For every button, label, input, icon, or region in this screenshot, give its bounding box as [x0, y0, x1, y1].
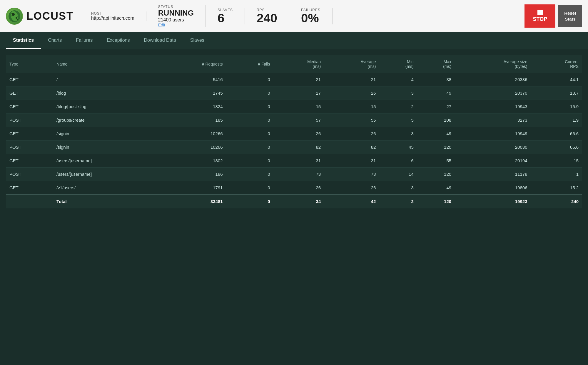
cell-max: 49 [417, 86, 455, 100]
cell-type: POST [6, 113, 53, 127]
cell-avg: 55 [324, 113, 379, 127]
cell-requests: 5416 [158, 73, 226, 86]
total-avg: 42 [324, 195, 379, 208]
cell-requests: 1791 [158, 181, 226, 195]
failures-value: 0% [301, 12, 320, 24]
cell-name: /v1/users/ [53, 181, 158, 195]
cell-avg-size: 19943 [455, 100, 531, 113]
logo-area: LOCUST [6, 8, 74, 25]
cell-type: GET [6, 181, 53, 195]
cell-fails: 0 [226, 168, 274, 181]
tab-exceptions[interactable]: Exceptions [100, 32, 137, 49]
stop-button[interactable]: STOP [524, 4, 555, 28]
cell-requests: 1802 [158, 154, 226, 168]
cell-fails: 0 [226, 73, 274, 86]
cell-fails: 0 [226, 127, 274, 140]
cell-requests: 1824 [158, 100, 226, 113]
tab-failures[interactable]: Failures [69, 32, 100, 49]
status-users: 21400 users [158, 17, 194, 23]
cell-max: 49 [417, 127, 455, 140]
cell-requests: 185 [158, 113, 226, 127]
cell-type: GET [6, 154, 53, 168]
cell-requests: 10266 [158, 140, 226, 154]
table-row: GET /blog 1745 0 27 26 3 49 20370 13.7 [6, 86, 582, 100]
cell-type: GET [6, 127, 53, 140]
cell-median: 82 [274, 140, 325, 154]
cell-median: 31 [274, 154, 325, 168]
total-min: 2 [379, 195, 417, 208]
statistics-table: Type Name # Requests # Fails Median(ms) … [6, 55, 582, 208]
col-type: Type [6, 55, 53, 73]
cell-min: 14 [379, 168, 417, 181]
cell-rps: 1.9 [531, 113, 582, 127]
edit-link[interactable]: Edit [158, 23, 194, 27]
cell-min: 45 [379, 140, 417, 154]
host-label: HOST [91, 11, 134, 16]
table-row: POST /users/[username] 186 0 73 73 14 12… [6, 168, 582, 181]
cell-type: GET [6, 86, 53, 100]
cell-avg: 15 [324, 100, 379, 113]
rps-section: RPS 240 [257, 8, 289, 24]
cell-max: 38 [417, 73, 455, 86]
cell-median: 26 [274, 127, 325, 140]
cell-avg-size: 19949 [455, 127, 531, 140]
tab-download-data[interactable]: Download Data [137, 32, 183, 49]
cell-rps: 15.9 [531, 100, 582, 113]
cell-max: 120 [417, 140, 455, 154]
cell-avg-size: 20194 [455, 154, 531, 168]
header: LOCUST HOST http://api.initech.com STATU… [0, 0, 588, 32]
cell-name: /blog [53, 86, 158, 100]
status-section: STATUS RUNNING 21400 users Edit [158, 5, 206, 27]
cell-fails: 0 [226, 181, 274, 195]
col-min: Min(ms) [379, 55, 417, 73]
cell-avg-size: 20030 [455, 140, 531, 154]
cell-fails: 0 [226, 154, 274, 168]
col-avg-size: Average size(bytes) [455, 55, 531, 73]
tab-charts[interactable]: Charts [41, 32, 69, 49]
cell-type: GET [6, 100, 53, 113]
cell-type: GET [6, 73, 53, 86]
table-total-row: Total 33481 0 34 42 2 120 19923 240 [6, 195, 582, 208]
tab-statistics[interactable]: Statistics [6, 32, 41, 49]
cell-requests: 10266 [158, 127, 226, 140]
cell-min: 2 [379, 100, 417, 113]
cell-rps: 1 [531, 168, 582, 181]
cell-name: /users/[username] [53, 154, 158, 168]
tab-slaves[interactable]: Slaves [183, 32, 211, 49]
cell-min: 5 [379, 113, 417, 127]
table-row: POST /signin 10266 0 82 82 45 120 20030 … [6, 140, 582, 154]
cell-avg: 26 [324, 127, 379, 140]
cell-avg-size: 20370 [455, 86, 531, 100]
cell-name: / [53, 73, 158, 86]
locust-logo-icon [6, 8, 23, 25]
cell-fails: 0 [226, 113, 274, 127]
failures-section: FAILURES 0% [301, 8, 333, 24]
table-row: GET / 5416 0 21 21 4 38 20336 44.1 [6, 73, 582, 86]
total-requests: 33481 [158, 195, 226, 208]
table-row: POST /groups/create 185 0 57 55 5 108 32… [6, 113, 582, 127]
table-row: GET /blog/[post-slug] 1824 0 15 15 2 27 … [6, 100, 582, 113]
cell-avg-size: 20336 [455, 73, 531, 86]
cell-avg: 21 [324, 73, 379, 86]
reset-stats-button[interactable]: ResetStats [558, 5, 582, 27]
total-type-cell [6, 195, 53, 208]
cell-rps: 13.7 [531, 86, 582, 100]
cell-rps: 66.6 [531, 127, 582, 140]
col-median: Median(ms) [274, 55, 325, 73]
cell-avg: 26 [324, 86, 379, 100]
total-avg-size: 19923 [455, 195, 531, 208]
cell-name: /blog/[post-slug] [53, 100, 158, 113]
cell-max: 120 [417, 168, 455, 181]
slaves-value: 6 [218, 12, 233, 24]
cell-requests: 1745 [158, 86, 226, 100]
cell-type: POST [6, 140, 53, 154]
cell-name: /signin [53, 140, 158, 154]
table-row: GET /v1/users/ 1791 0 26 26 3 49 19806 1… [6, 181, 582, 195]
table-container: Type Name # Requests # Fails Median(ms) … [0, 49, 588, 214]
total-max: 120 [417, 195, 455, 208]
cell-min: 3 [379, 86, 417, 100]
cell-requests: 186 [158, 168, 226, 181]
col-average: Average(ms) [324, 55, 379, 73]
cell-median: 21 [274, 73, 325, 86]
cell-avg: 26 [324, 181, 379, 195]
